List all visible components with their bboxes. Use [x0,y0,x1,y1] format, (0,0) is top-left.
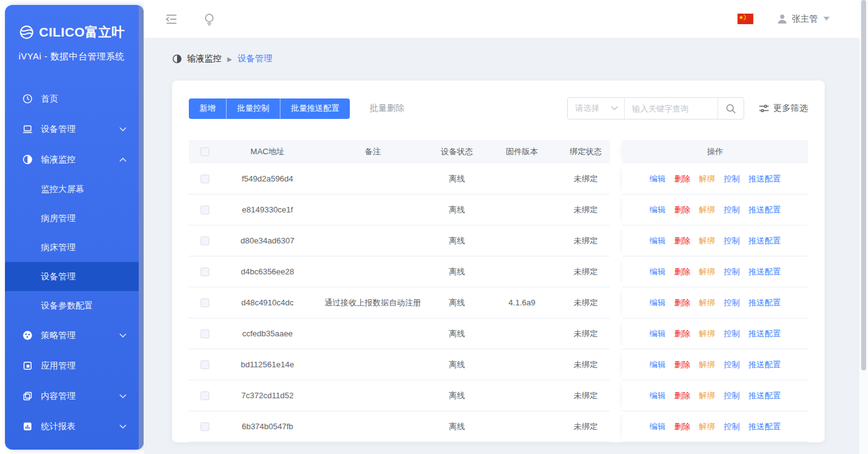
action-control-link[interactable]: 控制 [724,390,740,401]
cell-mac: d4bc6356ee28 [221,256,314,287]
batch-delete-button[interactable]: 批量删除 [370,103,404,114]
sidebar: CILICO富立叶 iVYAi - 数据中台管理系统 首页设备管理输液监控监控大… [5,5,144,450]
user-menu[interactable]: 张主管 [777,14,830,25]
action-control-link[interactable]: 控制 [724,204,740,216]
chevron-down-icon [611,106,618,111]
device-table: MAC地址备注设备状态固件版本绑定状态操作f549d2a596d4离线未绑定编辑… [189,140,825,442]
sidebar-item-content[interactable]: 内容管理 [5,381,144,411]
flag-china-icon[interactable] [737,14,753,24]
sidebar-scrollbar[interactable] [139,5,144,450]
action-delete-link[interactable]: 删除 [674,390,690,401]
action-edit-link[interactable]: 编辑 [649,421,666,432]
action-unbind-link[interactable]: 解绑 [699,390,715,401]
action-edit-link[interactable]: 编辑 [649,390,666,401]
action-unbind-link[interactable]: 解绑 [699,297,715,308]
action-delete-link[interactable]: 删除 [674,204,690,216]
action-push-config-link[interactable]: 推送配置 [749,173,781,185]
row-checkbox[interactable] [201,268,209,276]
sidebar-subitem-active[interactable]: 设备管理 [5,262,144,291]
table-row: f549d2a596d4离线未绑定编辑删除解绑控制推送配置 [189,164,825,194]
cell-remark [314,318,432,349]
cell-binding-status: 未绑定 [562,349,610,380]
action-push-config-link[interactable]: 推送配置 [749,204,781,216]
search-input[interactable] [625,98,718,119]
action-control-link[interactable]: 控制 [724,328,740,339]
add-button[interactable]: 新增 [189,98,226,119]
action-push-config-link[interactable]: 推送配置 [749,235,781,247]
filter-select[interactable]: 请选择 [568,98,625,119]
action-edit-link[interactable]: 编辑 [649,173,666,185]
more-filters-button[interactable]: 更多筛选 [759,103,808,114]
action-edit-link[interactable]: 编辑 [649,328,666,339]
action-delete-link[interactable]: 删除 [674,235,690,247]
cell-mac: e8149330ce1f [221,194,314,225]
action-delete-link[interactable]: 删除 [674,359,690,370]
cell-mac: bd112561e14e [221,349,314,380]
action-control-link[interactable]: 控制 [724,421,740,432]
action-delete-link[interactable]: 删除 [674,421,690,432]
action-unbind-link[interactable]: 解绑 [699,266,715,277]
row-checkbox[interactable] [201,206,209,214]
action-push-config-link[interactable]: 推送配置 [749,421,781,432]
app-icon [22,360,33,371]
row-checkbox[interactable] [201,299,209,307]
select-all-checkbox[interactable] [201,147,209,156]
sidebar-item-infusion[interactable]: 输液监控 [5,144,144,175]
strategy-icon [22,330,33,341]
sidebar-subitem[interactable]: 设备参数配置 [5,291,144,320]
action-unbind-link[interactable]: 解绑 [699,235,715,247]
action-control-link[interactable]: 控制 [724,359,740,370]
search-button[interactable] [718,98,744,119]
action-push-config-link[interactable]: 推送配置 [749,390,781,401]
action-unbind-link[interactable]: 解绑 [699,359,715,370]
sidebar-item-app[interactable]: 应用管理 [5,351,144,381]
sidebar-subitem[interactable]: 监控大屏幕 [5,175,144,204]
action-delete-link[interactable]: 删除 [674,173,690,185]
action-unbind-link[interactable]: 解绑 [699,421,715,432]
sidebar-subitem[interactable]: 病房管理 [5,204,144,233]
content-icon [22,391,33,401]
action-push-config-link[interactable]: 推送配置 [749,266,781,277]
sidebar-subitem[interactable]: 病床管理 [5,233,144,262]
page-scrollbar[interactable] [859,0,868,454]
collapse-menu-icon[interactable] [165,12,178,26]
action-edit-link[interactable]: 编辑 [649,359,666,370]
table-row: 7c372cd11d52离线未绑定编辑删除解绑控制推送配置 [189,380,825,411]
action-unbind-link[interactable]: 解绑 [699,328,715,339]
action-delete-link[interactable]: 删除 [674,328,690,339]
lightbulb-icon[interactable] [203,12,215,26]
action-delete-link[interactable]: 删除 [674,297,690,308]
action-push-config-link[interactable]: 推送配置 [749,359,781,370]
action-delete-link[interactable]: 删除 [674,266,690,277]
action-edit-link[interactable]: 编辑 [649,235,666,247]
breadcrumb-page-link[interactable]: 设备管理 [238,53,272,64]
chevron-down-icon [823,17,830,21]
sidebar-item-report[interactable]: 统计报表 [5,411,144,442]
sidebar-item-strategy[interactable]: 策略管理 [5,320,144,351]
action-push-config-link[interactable]: 推送配置 [749,297,781,308]
action-control-link[interactable]: 控制 [724,297,740,308]
action-edit-link[interactable]: 编辑 [649,297,666,308]
column-header-actions: 操作 [707,146,723,157]
scrollbar-thumb[interactable] [861,0,866,370]
row-checkbox[interactable] [201,422,209,431]
action-push-config-link[interactable]: 推送配置 [749,328,781,339]
row-checkbox[interactable] [201,330,209,338]
row-checkbox[interactable] [201,175,209,183]
action-control-link[interactable]: 控制 [724,173,740,185]
action-control-link[interactable]: 控制 [724,235,740,247]
action-unbind-link[interactable]: 解绑 [699,204,715,216]
row-checkbox[interactable] [201,360,209,369]
sidebar-item-home[interactable]: 首页 [5,84,144,114]
action-unbind-link[interactable]: 解绑 [699,173,715,185]
action-edit-link[interactable]: 编辑 [649,204,666,216]
sidebar-item-label: 统计报表 [41,421,119,432]
action-edit-link[interactable]: 编辑 [649,266,666,277]
row-checkbox[interactable] [201,391,209,400]
batch-push-config-button[interactable]: 批量推送配置 [280,98,350,119]
action-control-link[interactable]: 控制 [724,266,740,277]
sidebar-item-device[interactable]: 设备管理 [5,114,144,144]
batch-control-button[interactable]: 批量控制 [226,98,280,119]
row-checkbox[interactable] [201,237,209,245]
cell-binding-status: 未绑定 [562,287,610,318]
